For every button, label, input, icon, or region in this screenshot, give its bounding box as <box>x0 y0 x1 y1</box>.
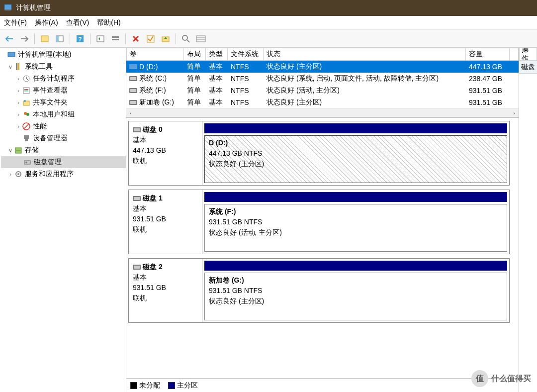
disk-info: 磁盘 1基本931.51 GB联机 <box>129 190 202 254</box>
volume-row[interactable]: D (D:)简单基本NTFS状态良好 (主分区)447.13 GB <box>126 61 519 73</box>
tree-services-apps[interactable]: › 服务和应用程序 <box>1 168 126 180</box>
window-title: 计算机管理 <box>16 3 51 12</box>
primary-swatch <box>168 382 175 389</box>
toolbar-back[interactable] <box>3 32 16 45</box>
tree-storage[interactable]: ∨ 存储 <box>1 144 126 156</box>
tree-shared-folders[interactable]: › 共享文件夹 <box>1 97 126 108</box>
svg-rect-2 <box>41 36 48 42</box>
watermark-text: 什么值得买 <box>491 374 531 384</box>
partition-box[interactable]: D (D:)447.13 GB NTFS状态良好 (主分区) <box>204 135 507 183</box>
collapse-icon[interactable]: ∨ <box>7 147 14 154</box>
expand-icon[interactable]: › <box>7 171 14 177</box>
toolbar-separator <box>176 33 176 44</box>
tree-event-viewer[interactable]: › 事件查看器 <box>1 85 126 97</box>
volume-table[interactable]: 卷 布局 类型 文件系统 状态 容量 D (D:)简单基本NTFS状态良好 (主… <box>126 48 519 118</box>
watermark-icon: 值 <box>471 370 488 387</box>
menubar: 文件(F) 操作(A) 查看(V) 帮助(H) <box>0 16 537 30</box>
drive-icon <box>129 64 137 69</box>
svg-rect-31 <box>25 139 28 141</box>
users-icon <box>22 110 31 119</box>
svg-rect-1 <box>4 9 11 10</box>
menu-file[interactable]: 文件(F) <box>4 18 27 27</box>
collapse-icon[interactable]: ∨ <box>7 64 14 70</box>
toolbar-folder-up[interactable] <box>159 32 172 45</box>
svg-rect-9 <box>112 39 119 40</box>
toolbar-separator <box>34 33 35 44</box>
col-filesystem[interactable]: 文件系统 <box>228 48 264 61</box>
services-icon <box>14 170 23 179</box>
toolbar-delete[interactable] <box>129 32 142 45</box>
expand-icon[interactable]: › <box>15 99 22 105</box>
volume-row[interactable]: 系统 (C:)简单基本NTFS状态良好 (系统, 启动, 页面文件, 活动, 故… <box>126 73 519 85</box>
tree-local-users[interactable]: › 本地用户和组 <box>1 108 126 120</box>
toolbar-list[interactable] <box>194 32 207 45</box>
volume-row[interactable]: 新加卷 (G:)简单基本NTFS状态良好 (主分区)931.51 GB <box>126 97 519 108</box>
disk-info: 磁盘 0基本447.13 GB联机 <box>129 121 202 185</box>
tree-task-scheduler[interactable]: › 任务计划程序 <box>1 73 126 85</box>
svg-rect-8 <box>112 36 119 38</box>
svg-line-13 <box>187 40 189 42</box>
device-icon <box>22 134 31 143</box>
menu-view[interactable]: 查看(V) <box>66 18 90 27</box>
actions-header: 操作 <box>519 48 537 61</box>
expand-icon[interactable]: › <box>15 88 22 94</box>
col-volume[interactable]: 卷 <box>126 48 184 61</box>
volume-header[interactable]: 卷 布局 类型 文件系统 状态 容量 <box>126 48 519 61</box>
disk-layout-section[interactable]: 磁盘 0基本447.13 GB联机D (D:)447.13 GB NTFS状态良… <box>126 118 519 378</box>
toolbar-forward[interactable] <box>18 32 31 45</box>
scroll-right-icon[interactable]: › <box>511 110 518 116</box>
menu-action[interactable]: 操作(A) <box>35 18 58 27</box>
app-icon <box>4 3 12 13</box>
disk-icon <box>133 127 141 132</box>
col-type[interactable]: 类型 <box>206 48 228 61</box>
menu-help[interactable]: 帮助(H) <box>97 18 120 27</box>
tree-device-manager[interactable]: › 设备管理器 <box>1 132 126 144</box>
partition-box[interactable]: 新加卷 (G:)931.51 GB NTFS状态良好 (主分区) <box>204 273 507 320</box>
toolbar-panel[interactable] <box>53 32 66 45</box>
clock-icon <box>22 74 31 83</box>
tree-performance[interactable]: › 性能 <box>1 120 126 132</box>
tree-disk-management[interactable]: 磁盘管理 <box>1 156 126 168</box>
expand-icon[interactable]: › <box>15 111 22 117</box>
partition-box[interactable]: 系统 (F:)931.51 GB NTFS状态良好 (活动, 主分区) <box>204 204 507 252</box>
toolbar-show-hide[interactable] <box>38 32 51 45</box>
toolbar-search[interactable] <box>179 32 192 45</box>
disk-info: 磁盘 2基本931.51 GB联机 <box>129 259 202 322</box>
disk-row[interactable]: 磁盘 1基本931.51 GB联机系统 (F:)931.51 GB NTFS状态… <box>128 190 510 254</box>
watermark: 值 什么值得买 <box>471 370 531 387</box>
volume-row[interactable]: 系统 (F:)简单基本NTFS状态良好 (活动, 主分区)931.51 GB <box>126 85 519 97</box>
toolbar-settings[interactable] <box>109 32 122 45</box>
tree-root[interactable]: 计算机管理(本地) <box>1 49 126 61</box>
toolbar-help[interactable]: ? <box>74 32 87 45</box>
toolbar-refresh[interactable] <box>94 32 107 45</box>
disk-icon <box>133 265 141 270</box>
unallocated-swatch <box>130 382 137 389</box>
drive-icon <box>129 88 137 93</box>
legend-unallocated: 未分配 <box>130 381 160 390</box>
disk-row[interactable]: 磁盘 2基本931.51 GB联机新加卷 (G:)931.51 GB NTFS状… <box>128 258 510 323</box>
expand-icon[interactable]: › <box>15 76 22 82</box>
actions-panel: 操作 磁盘 <box>519 48 537 392</box>
event-icon <box>22 86 31 95</box>
col-capacity[interactable]: 容量 <box>466 48 510 61</box>
svg-point-27 <box>26 113 29 116</box>
disk-row[interactable]: 磁盘 0基本447.13 GB联机D (D:)447.13 GB NTFS状态良… <box>128 121 510 186</box>
scroll-left-icon[interactable]: ‹ <box>127 110 134 116</box>
actions-item[interactable]: 磁盘 <box>519 61 537 74</box>
svg-rect-19 <box>16 63 17 70</box>
svg-point-12 <box>182 35 187 40</box>
svg-rect-17 <box>8 52 15 57</box>
content-panel: 卷 布局 类型 文件系统 状态 容量 D (D:)简单基本NTFS状态良好 (主… <box>126 48 519 392</box>
svg-rect-22 <box>24 89 28 90</box>
tree-system-tools[interactable]: ∨ 系统工具 <box>1 61 126 73</box>
horizontal-scrollbar[interactable]: ‹› <box>126 108 519 117</box>
col-status[interactable]: 状态 <box>264 48 466 61</box>
col-layout[interactable]: 布局 <box>184 48 206 61</box>
partition-header-bar <box>204 123 507 133</box>
toolbar-check[interactable] <box>144 32 157 45</box>
storage-icon <box>14 146 23 155</box>
svg-rect-0 <box>4 4 11 9</box>
svg-rect-18 <box>17 63 19 70</box>
expand-icon[interactable]: › <box>15 123 22 129</box>
tree-panel[interactable]: 计算机管理(本地) ∨ 系统工具 › 任务计划程序 › 事件查看器 › 共享文件… <box>0 48 126 392</box>
